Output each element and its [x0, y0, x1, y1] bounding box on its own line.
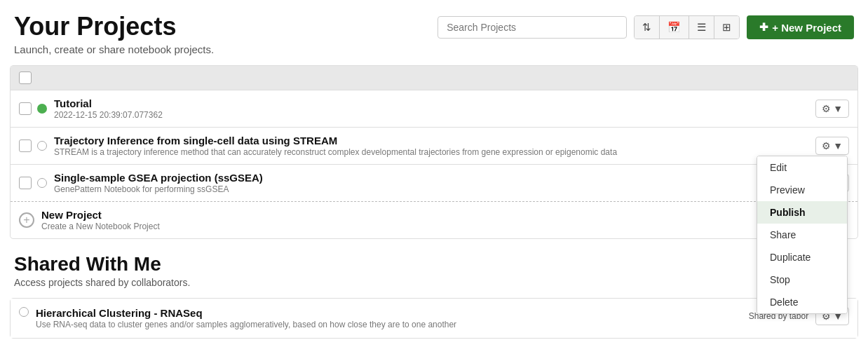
- project-desc-hierarchical: Use RNA-seq data to cluster genes and/or…: [36, 320, 742, 329]
- project-name-hierarchical: Hierarchical Clustering - RNASeq: [36, 307, 742, 319]
- page-title: Your Projects: [14, 13, 214, 41]
- menu-item-duplicate[interactable]: Duplicate: [757, 246, 847, 268]
- chevron-down-icon-tutorial: ▼: [833, 103, 843, 114]
- grid-icon: ⊞: [722, 21, 731, 34]
- shared-subtitle: Access projects shared by collaborators.: [0, 277, 868, 294]
- add-project-icon[interactable]: +: [19, 212, 34, 228]
- page-header: Your Projects Launch, create or share no…: [0, 0, 868, 61]
- project-desc-ssgsea: GenePattern Notebook for performing ssGS…: [54, 184, 808, 194]
- context-menu: Edit Preview Publish Share Duplicate Sto…: [757, 156, 848, 314]
- gear-icon-trajectory: ⚙: [822, 140, 831, 151]
- project-info-tutorial: Tutorial 2022-12-15 20:39:07.077362: [54, 97, 808, 120]
- select-all-checkbox[interactable]: [19, 71, 32, 84]
- plus-icon: ✚: [759, 21, 768, 34]
- toolbar-buttons: ⇅ 📅 ☰ ⊞: [634, 15, 740, 39]
- new-project-desc: Create a New Notebook Project: [41, 222, 849, 231]
- menu-item-edit[interactable]: Edit: [757, 156, 847, 179]
- project-info-ssgsea: Single-sample GSEA projection (ssGSEA) G…: [54, 172, 808, 194]
- gear-icon-tutorial: ⚙: [822, 103, 831, 114]
- row-check-hierarchical: [19, 307, 29, 317]
- status-dot-tutorial: [37, 104, 47, 114]
- project-name-trajectory: Trajectory Inference from single-cell da…: [54, 135, 808, 147]
- projects-header-row: [11, 66, 857, 90]
- new-project-name: New Project: [41, 209, 849, 221]
- menu-item-stop[interactable]: Stop: [757, 268, 847, 291]
- new-project-button[interactable]: ✚ + New Project: [747, 15, 854, 39]
- sort-icon: ⇅: [642, 21, 651, 34]
- table-row: Hierarchical Clustering - RNASeq Use RNA…: [11, 299, 857, 338]
- header-right: ⇅ 📅 ☰ ⊞ ✚ + New Project: [438, 15, 854, 39]
- row-check-tutorial: [19, 102, 47, 115]
- gear-button-tutorial[interactable]: ⚙ ▼: [815, 100, 849, 118]
- header-left: Your Projects Launch, create or share no…: [14, 13, 214, 55]
- project-name-ssgsea: Single-sample GSEA projection (ssGSEA): [54, 172, 808, 184]
- table-row: Trajectory Inference from single-cell da…: [11, 127, 857, 164]
- menu-item-publish[interactable]: Publish: [757, 201, 847, 224]
- page-subtitle: Launch, create or share notebook project…: [14, 43, 214, 55]
- row-checkbox-ssgsea[interactable]: [19, 177, 32, 189]
- menu-item-preview[interactable]: Preview: [757, 179, 847, 201]
- calendar-button[interactable]: 📅: [660, 16, 689, 39]
- project-info-trajectory: Trajectory Inference from single-cell da…: [54, 135, 808, 157]
- shared-section-header: Shared With Me Access projects shared by…: [0, 243, 868, 294]
- status-dot-trajectory: [37, 141, 47, 151]
- row-check-ssgsea: [19, 177, 47, 189]
- project-date-tutorial: 2022-12-15 20:39:07.077362: [54, 110, 808, 120]
- table-row: Tutorial 2022-12-15 20:39:07.077362 ⚙ ▼: [11, 90, 857, 127]
- search-input[interactable]: [438, 16, 627, 39]
- menu-item-share[interactable]: Share: [757, 224, 847, 246]
- row-checkbox-tutorial[interactable]: [19, 102, 32, 115]
- project-info-hierarchical: Hierarchical Clustering - RNASeq Use RNA…: [36, 307, 742, 329]
- chevron-down-icon-trajectory: ▼: [833, 140, 843, 151]
- new-project-info: New Project Create a New Notebook Projec…: [41, 209, 849, 231]
- list-icon: ☰: [697, 21, 706, 34]
- row-check-trajectory: [19, 139, 47, 152]
- menu-item-delete[interactable]: Delete: [757, 291, 847, 313]
- table-row: Single-sample GSEA projection (ssGSEA) G…: [11, 164, 857, 201]
- shared-title: Shared With Me: [0, 243, 868, 277]
- row-checkbox-trajectory[interactable]: [19, 139, 32, 152]
- project-desc-trajectory: STREAM is a trajectory inference method …: [54, 147, 808, 157]
- calendar-icon: 📅: [667, 21, 681, 34]
- shared-section: Hierarchical Clustering - RNASeq Use RNA…: [10, 298, 858, 339]
- grid-button[interactable]: ⊞: [714, 16, 739, 39]
- projects-section: Tutorial 2022-12-15 20:39:07.077362 ⚙ ▼ …: [10, 65, 858, 239]
- new-project-row[interactable]: + New Project Create a New Notebook Proj…: [11, 201, 857, 238]
- status-dot-hierarchical: [19, 307, 29, 317]
- gear-button-trajectory[interactable]: ⚙ ▼: [815, 137, 849, 155]
- list-button[interactable]: ☰: [689, 16, 714, 39]
- project-name-tutorial: Tutorial: [54, 97, 808, 109]
- new-project-label: + New Project: [772, 22, 841, 34]
- sort-button[interactable]: ⇅: [635, 16, 660, 39]
- status-dot-ssgsea: [37, 178, 47, 188]
